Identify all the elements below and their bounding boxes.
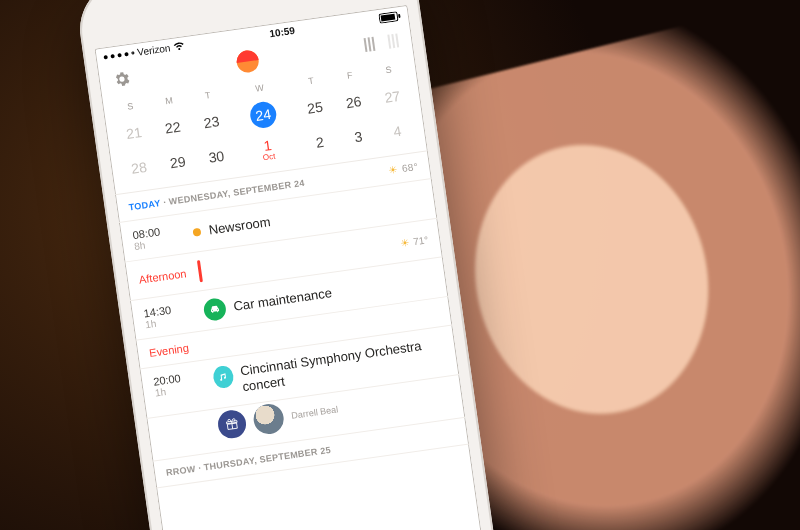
gift-icon [216, 408, 248, 440]
svg-rect-2 [398, 13, 401, 17]
cal-day[interactable]: 27 [371, 76, 415, 117]
cal-day[interactable]: 2 [298, 123, 341, 162]
attendee-name: Darrell Beal [291, 404, 339, 420]
sun-icon: ☀ [388, 164, 399, 176]
view-toggle-agenda[interactable] [364, 37, 376, 52]
cal-day[interactable]: 3 [337, 117, 380, 156]
cal-day[interactable]: 26 [332, 82, 376, 123]
now-indicator [197, 260, 203, 282]
cal-day[interactable]: 22 [151, 107, 195, 148]
cal-day[interactable]: 28 [117, 148, 160, 187]
cal-day[interactable]: 29 [156, 143, 199, 182]
today-temperature: 68° [401, 161, 418, 174]
app-screen: Verizon 10:59 [94, 5, 484, 530]
event-title: Newsroom [208, 214, 272, 238]
music-icon [212, 365, 234, 390]
clock: 10:59 [269, 25, 296, 39]
calendar-dot-icon [192, 227, 201, 236]
battery-icon [378, 10, 401, 23]
settings-button[interactable] [112, 69, 132, 89]
attendee-avatar[interactable] [252, 402, 286, 436]
wifi-icon [173, 41, 186, 52]
cal-day[interactable]: 30 [195, 137, 238, 176]
iphone-frame: Verizon 10:59 [74, 0, 507, 530]
cal-day[interactable]: 4 [376, 112, 420, 151]
cal-day[interactable]: 21 [112, 112, 156, 153]
afternoon-temperature: 71° [412, 234, 429, 247]
event-title: Car maintenance [233, 285, 333, 314]
sunrise-logo-icon [235, 49, 260, 74]
sun-icon: ☀ [400, 236, 410, 248]
agenda-list[interactable]: TODAY · WEDNESDAY, SEPTEMBER 24 ☀68° 08:… [115, 150, 484, 530]
svg-rect-1 [381, 13, 396, 21]
cal-day[interactable]: 23 [190, 102, 234, 143]
car-icon [202, 297, 227, 322]
view-toggle-grid[interactable] [387, 33, 399, 48]
cal-day[interactable]: 25 [293, 87, 337, 128]
